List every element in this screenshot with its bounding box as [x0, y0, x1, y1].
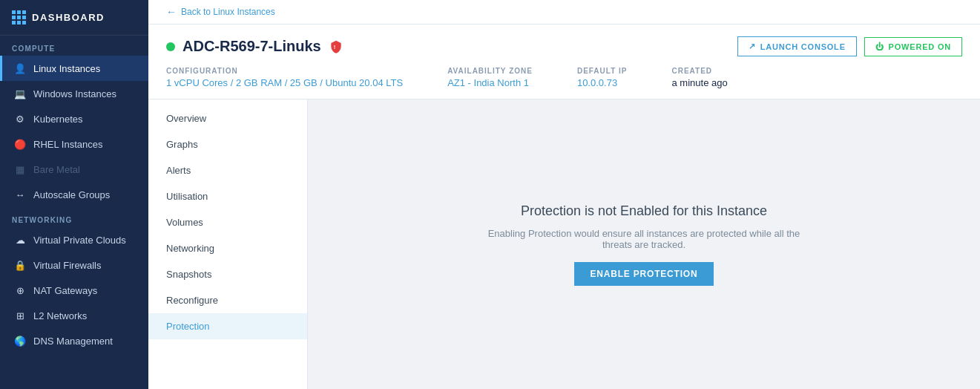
sidebar-item-nat-gateways[interactable]: ⊕ NAT Gateways [0, 278, 148, 303]
sidebar-item-linux-instances[interactable]: 👤 Linux Instances [0, 56, 148, 81]
az-value: AZ1 - India North 1 [447, 77, 533, 88]
dns-icon: 🌎 [14, 335, 26, 347]
sidebar-item-label: Linux Instances [33, 63, 100, 74]
l2-icon: ⊞ [14, 310, 26, 321]
windows-instances-icon: 💻 [14, 88, 26, 99]
ip-value: 10.0.0.73 [577, 77, 628, 88]
sidebar-section-networking: NETWORKING ☁ Virtual Private Clouds 🔒 Vi… [0, 207, 148, 353]
sidebar-section-compute: COMPUTE 👤 Linux Instances 💻 Windows Inst… [0, 36, 148, 207]
sidebar-item-bare-metal: ▦ Bare Metal [0, 157, 148, 182]
instance-side-nav: Overview Graphs Alerts Utilisation Volum… [148, 99, 308, 389]
launch-console-button[interactable]: ↗ LAUNCH CONSOLE [737, 36, 857, 56]
meta-config: CONFIGURATION 1 vCPU Cores / 2 GB RAM / … [166, 67, 403, 88]
dashboard-grid-icon [12, 10, 26, 24]
external-link-icon: ↗ [749, 42, 756, 51]
sidebar-item-label: Virtual Private Clouds [33, 235, 126, 246]
meta-created: CREATED a minute ago [672, 67, 728, 88]
powered-on-button[interactable]: ⏻ POWERED ON [864, 37, 962, 56]
compute-section-label: COMPUTE [0, 36, 148, 56]
nav-item-networking[interactable]: Networking [148, 235, 307, 261]
sidebar-item-windows-instances[interactable]: 💻 Windows Instances [0, 81, 148, 106]
sidebar-item-label: RHEL Instances [33, 139, 102, 150]
sidebar-logo-text: DASHBOARD [32, 12, 105, 23]
sidebar-item-rhel-instances[interactable]: 🔴 RHEL Instances [0, 131, 148, 157]
nav-item-alerts[interactable]: Alerts [148, 157, 307, 183]
nav-item-graphs[interactable]: Graphs [148, 131, 307, 157]
instance-header: ADC-R569-7-Linuks ! ↗ LAUNCH CONSOLE ⏻ P… [148, 24, 980, 99]
sidebar-item-label: L2 Networks [33, 310, 87, 321]
shield-icon: ! [329, 39, 343, 54]
status-dot [166, 42, 175, 51]
autoscale-icon: ↔ [14, 189, 26, 200]
config-label: CONFIGURATION [166, 67, 403, 75]
main-panel: Protection is not Enabled for this Insta… [308, 99, 980, 389]
sidebar-item-label: Bare Metal [33, 164, 80, 175]
networking-section-label: NETWORKING [0, 207, 148, 227]
sidebar-logo: DASHBOARD [0, 0, 148, 36]
config-value: 1 vCPU Cores / 2 GB RAM / 25 GB / Ubuntu… [166, 77, 403, 88]
instance-actions: ↗ LAUNCH CONSOLE ⏻ POWERED ON [737, 36, 962, 56]
vpc-icon: ☁ [14, 234, 26, 246]
nav-item-protection[interactable]: Protection [148, 313, 307, 339]
sidebar-item-kubernetes[interactable]: ⚙ Kubernetes [0, 106, 148, 131]
created-value: a minute ago [672, 77, 728, 88]
nav-item-reconfigure[interactable]: Reconfigure [148, 287, 307, 313]
bare-metal-icon: ▦ [14, 163, 26, 175]
protection-title: Protection is not Enabled for this Insta… [521, 203, 767, 219]
svg-text:!: ! [333, 44, 335, 50]
nav-item-snapshots[interactable]: Snapshots [148, 261, 307, 287]
sidebar-item-label: Windows Instances [33, 88, 116, 99]
instance-meta: CONFIGURATION 1 vCPU Cores / 2 GB RAM / … [166, 67, 962, 99]
meta-az: AVAILABILITY ZONE AZ1 - India North 1 [447, 67, 533, 88]
shield-badge: ! [329, 39, 343, 54]
protection-description: Enabling Protection would ensure all ins… [473, 228, 815, 250]
sidebar-item-virtual-firewalls[interactable]: 🔒 Virtual Firewalls [0, 252, 148, 278]
nav-item-volumes[interactable]: Volumes [148, 209, 307, 235]
nav-item-utilisation[interactable]: Utilisation [148, 183, 307, 209]
sidebar-item-l2-networks[interactable]: ⊞ L2 Networks [0, 303, 148, 328]
rhel-icon: 🔴 [14, 138, 26, 150]
firewall-icon: 🔒 [14, 259, 26, 271]
sidebar: DASHBOARD COMPUTE 👤 Linux Instances 💻 Wi… [0, 0, 148, 389]
back-arrow-icon: ← [166, 6, 177, 18]
instance-title-row: ADC-R569-7-Linuks ! ↗ LAUNCH CONSOLE ⏻ P… [166, 36, 962, 56]
nav-item-overview[interactable]: Overview [148, 105, 307, 131]
kubernetes-icon: ⚙ [14, 113, 26, 125]
sidebar-item-label: Kubernetes [33, 114, 83, 125]
sidebar-item-vpc[interactable]: ☁ Virtual Private Clouds [0, 227, 148, 252]
protection-card: Protection is not Enabled for this Insta… [473, 203, 815, 286]
sidebar-item-autoscale-groups[interactable]: ↔ Autoscale Groups [0, 182, 148, 207]
linux-instances-icon: 👤 [14, 62, 26, 74]
enable-protection-button[interactable]: ENABLE PROTECTION [574, 262, 714, 286]
instance-name: ADC-R569-7-Linuks [182, 38, 321, 55]
meta-ip: DEFAULT IP 10.0.0.73 [577, 67, 628, 88]
az-label: AVAILABILITY ZONE [447, 67, 533, 75]
breadcrumb: ← Back to Linux Instances [148, 0, 980, 24]
created-label: CREATED [672, 67, 728, 75]
main-content: ← Back to Linux Instances ADC-R569-7-Lin… [148, 0, 980, 389]
power-icon: ⏻ [875, 42, 884, 51]
nat-icon: ⊕ [14, 284, 26, 296]
sidebar-item-label: Virtual Firewalls [33, 260, 102, 271]
instance-title-left: ADC-R569-7-Linuks ! [166, 38, 343, 55]
sidebar-item-label: DNS Management [33, 336, 113, 347]
content-area: Overview Graphs Alerts Utilisation Volum… [148, 99, 980, 389]
sidebar-item-label: Autoscale Groups [33, 189, 110, 200]
ip-label: DEFAULT IP [577, 67, 628, 75]
sidebar-item-label: NAT Gateways [33, 285, 97, 296]
breadcrumb-back-link[interactable]: Back to Linux Instances [181, 7, 275, 17]
sidebar-item-dns-management[interactable]: 🌎 DNS Management [0, 328, 148, 353]
